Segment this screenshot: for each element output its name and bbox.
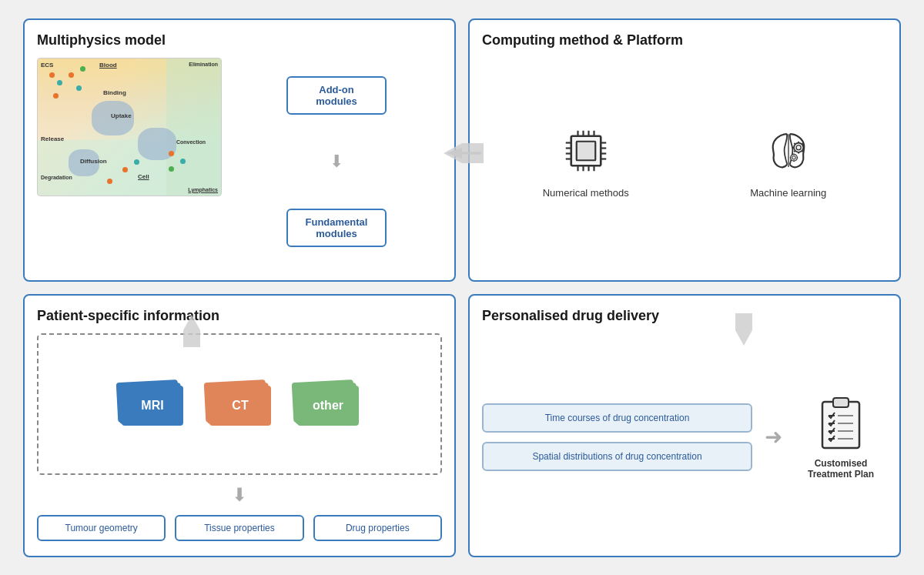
numerical-methods-label: Numerical methods	[543, 187, 629, 199]
patient-panel: Patient-specific information MRI CT	[23, 294, 456, 557]
tissue-properties-box: Tissue properties	[175, 515, 303, 541]
svg-rect-35	[822, 402, 859, 448]
imaging-row: MRI CT other	[37, 333, 442, 475]
svg-point-29	[790, 154, 797, 161]
dot	[49, 72, 55, 78]
bio-diagram: ECS Blood Elimination Binding Uptake Rel…	[37, 58, 222, 196]
svg-line-27	[802, 143, 802, 144]
brain-icon	[762, 124, 815, 178]
label-cell: Cell	[138, 173, 149, 180]
dot	[69, 72, 74, 78]
arrow-right-drug: ➜	[765, 424, 782, 450]
label-convection: Convection	[176, 139, 206, 145]
treatment-plan: CustomisedTreatment Plan	[795, 394, 887, 480]
dot	[122, 167, 128, 172]
label-degradation: Degradation	[41, 175, 72, 180]
label-uptake: Uptake	[111, 112, 132, 119]
drug-delivery-panel: Personalised drug delivery Time courses …	[468, 294, 901, 557]
drug-boxes-col: Time courses of drug concentration Spati…	[482, 403, 752, 471]
clipboard-icon	[818, 394, 864, 452]
dot	[169, 151, 174, 156]
dot	[57, 80, 62, 85]
label-ecs: ECS	[41, 62, 53, 69]
svg-line-26	[802, 151, 802, 152]
ct-card-front: CT	[209, 386, 271, 426]
spatial-distributions-box: Spatial distributions of drug concentrat…	[482, 442, 752, 471]
dot	[76, 85, 82, 91]
computing-content: Numerical methods	[482, 58, 887, 266]
svg-point-19	[794, 143, 803, 152]
svg-rect-36	[833, 398, 849, 407]
label-elimination: Elimination	[189, 62, 218, 67]
drug-content: Time courses of drug concentration Spati…	[482, 333, 887, 541]
other-stack: other	[293, 381, 362, 427]
multiphysics-content: ECS Blood Elimination Binding Uptake Rel…	[37, 58, 442, 266]
treatment-plan-label: CustomisedTreatment Plan	[808, 458, 874, 480]
dot	[169, 166, 174, 172]
label-blood: Blood	[99, 62, 117, 69]
svg-rect-1	[576, 142, 595, 161]
dot	[134, 159, 139, 165]
dot	[80, 66, 85, 72]
svg-line-25	[794, 143, 795, 144]
cpu-icon	[559, 124, 613, 178]
arrow-down: ⬇	[330, 152, 343, 172]
output-row: Tumour geometry Tissue properties Drug p…	[37, 515, 442, 541]
computing-panel: Computing method & Platform	[468, 18, 901, 282]
label-lymphatics: Lymphatics	[188, 187, 218, 192]
modules-col: Add-onmodules ⬇ Fundamentalmodules	[231, 58, 442, 266]
ct-stack: CT	[205, 381, 274, 427]
computing-title: Computing method & Platform	[482, 32, 887, 48]
dot	[107, 179, 112, 184]
fundamental-modules-box: Fundamentalmodules	[286, 209, 387, 247]
patient-content: MRI CT other ⬇ Tumour geometry	[37, 333, 442, 541]
mri-stack: MRI	[117, 381, 186, 427]
drug-properties-box: Drug properties	[313, 515, 442, 541]
machine-learning-label: Machine learning	[750, 187, 826, 199]
addon-modules-box: Add-onmodules	[286, 76, 387, 115]
label-binding: Binding	[103, 89, 126, 96]
multiphysics-panel: Multiphysics model	[23, 18, 456, 282]
label-release: Release	[41, 135, 64, 142]
label-diffusion: Diffusion	[80, 158, 107, 165]
dot	[53, 93, 59, 99]
multiphysics-title: Multiphysics model	[37, 32, 442, 48]
dot	[180, 159, 186, 164]
other-card-front: other	[297, 386, 359, 426]
drug-delivery-title: Personalised drug delivery	[482, 308, 887, 324]
svg-line-28	[794, 151, 795, 152]
time-courses-box: Time courses of drug concentration	[482, 403, 752, 433]
arrow-down-patient: ⬇	[37, 484, 442, 506]
machine-learning-item: Machine learning	[750, 124, 826, 199]
patient-title: Patient-specific information	[37, 308, 442, 324]
tumour-geometry-box: Tumour geometry	[37, 515, 166, 541]
numerical-methods-item: Numerical methods	[543, 124, 629, 199]
mri-card-front: MRI	[122, 386, 183, 426]
